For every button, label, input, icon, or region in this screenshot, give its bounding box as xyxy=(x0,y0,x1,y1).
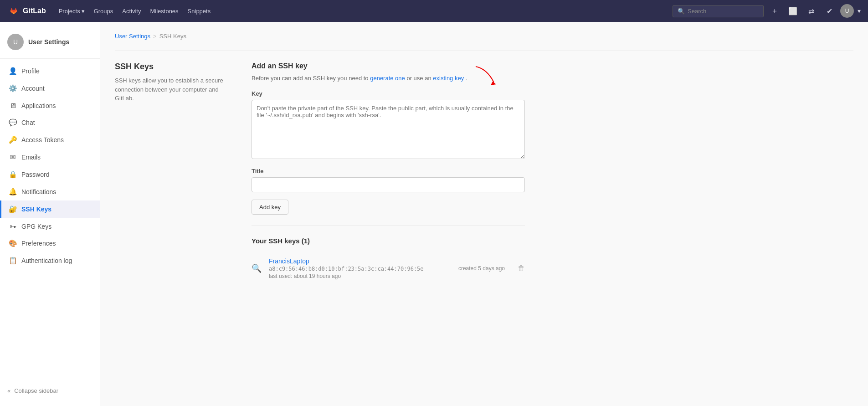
sidebar-item-label: Chat xyxy=(21,119,35,126)
access-tokens-icon: 🔑 xyxy=(9,136,17,144)
user-avatar[interactable]: U xyxy=(840,4,854,18)
profile-icon: 👤 xyxy=(9,67,17,75)
search-input[interactable] xyxy=(688,8,759,15)
sidebar-item-notifications[interactable]: 🔔 Notifications xyxy=(0,183,100,200)
topnav-groups[interactable]: Groups xyxy=(90,6,117,16)
sidebar-user-section: U User Settings xyxy=(0,29,100,59)
ssh-key-fingerprint: a8:c9:56:46:b8:d0:10:bf:23:5a:3c:ca:44:7… xyxy=(269,266,451,272)
merge-request-button[interactable]: ⇄ xyxy=(804,4,818,18)
topnav-milestones[interactable]: Milestones xyxy=(146,6,182,16)
ssh-key-name[interactable]: FrancisLaptop xyxy=(269,257,309,265)
sidebar-item-applications[interactable]: 🖥 Applications xyxy=(0,97,100,114)
breadcrumb: User Settings > SSH Keys xyxy=(115,33,853,40)
new-item-button[interactable]: ＋ xyxy=(767,4,782,18)
add-ssh-section: Add an SSH key Before you can add an SSH… xyxy=(252,62,525,83)
topnav-links: Projects ▾ Groups Activity Milestones Sn… xyxy=(55,6,663,16)
chat-icon: 💬 xyxy=(9,118,17,127)
ssh-key-fingerprint-icon: 🔍 xyxy=(252,263,262,273)
applications-icon: 🖥 xyxy=(9,102,17,109)
page-left-column: SSH Keys SSH keys allow you to establish… xyxy=(115,62,233,285)
collapse-icon: « xyxy=(7,387,10,394)
topnav-snippets[interactable]: Snippets xyxy=(184,6,215,16)
sidebar-item-password[interactable]: 🔒 Password xyxy=(0,166,100,183)
sidebar-item-label: Emails xyxy=(21,154,41,161)
key-form-group: Key xyxy=(252,90,525,160)
top-navigation: GitLab Projects ▾ Groups Activity Milest… xyxy=(0,0,868,22)
sidebar-username: User Settings xyxy=(28,38,69,46)
password-icon: 🔒 xyxy=(9,170,17,179)
sidebar-item-label: Applications xyxy=(21,102,56,109)
sidebar-item-label: Access Tokens xyxy=(21,136,64,144)
sidebar-item-label: Account xyxy=(21,85,45,92)
page-grid: SSH Keys SSH keys allow you to establish… xyxy=(115,62,525,285)
ssh-keys-section: Your SSH keys (1) 🔍 FrancisLaptop a8:c9:… xyxy=(252,237,525,285)
topnav-activity[interactable]: Activity xyxy=(118,6,144,16)
collapse-sidebar-button[interactable]: « Collapse sidebar xyxy=(0,383,100,399)
emails-icon: ✉ xyxy=(9,153,17,161)
existing-key-link[interactable]: existing key xyxy=(433,75,464,82)
ssh-keys-icon: 🔐 xyxy=(9,205,17,213)
user-menu-arrow[interactable]: ▾ xyxy=(858,7,861,15)
sidebar-item-auth-log[interactable]: 📋 Authentication log xyxy=(0,252,100,269)
ssh-key-created: created 5 days ago xyxy=(458,265,505,272)
generate-note: Before you can add an SSH key you need t… xyxy=(252,74,525,83)
sidebar-item-profile[interactable]: 👤 Profile xyxy=(0,62,100,80)
delete-key-button[interactable]: 🗑 xyxy=(518,264,525,272)
topnav-projects[interactable]: Projects ▾ xyxy=(55,6,88,16)
sidebar-item-label: GPG Keys xyxy=(21,223,51,230)
generate-one-link[interactable]: generate one xyxy=(370,75,405,82)
search-icon: 🔍 xyxy=(678,8,685,15)
key-label: Key xyxy=(252,90,525,97)
sidebar-item-account[interactable]: ⚙️ Account xyxy=(0,80,100,97)
ssh-key-item: 🔍 FrancisLaptop a8:c9:56:46:b8:d0:10:bf:… xyxy=(252,252,525,285)
account-icon: ⚙️ xyxy=(9,84,17,93)
key-textarea[interactable] xyxy=(252,100,525,159)
sidebar-item-label: Profile xyxy=(21,67,40,75)
chevron-down-icon: ▾ xyxy=(82,8,85,15)
sidebar-item-ssh-keys[interactable]: 🔐 SSH Keys xyxy=(0,200,100,218)
sidebar: U User Settings 👤 Profile ⚙️ Account 🖥 A… xyxy=(0,22,100,406)
your-keys-title: Your SSH keys (1) xyxy=(252,237,525,245)
sidebar-item-label: SSH Keys xyxy=(21,206,51,213)
title-input[interactable] xyxy=(252,177,525,192)
notifications-icon: 🔔 xyxy=(9,188,17,196)
main-content: User Settings > SSH Keys SSH Keys SSH ke… xyxy=(100,22,868,406)
breadcrumb-separator: > xyxy=(153,33,157,40)
breadcrumb-current: SSH Keys xyxy=(159,33,186,40)
sidebar-item-preferences[interactable]: 🎨 Preferences xyxy=(0,235,100,252)
collapse-label: Collapse sidebar xyxy=(14,387,58,394)
preferences-icon: 🎨 xyxy=(9,239,17,247)
sidebar-item-label: Password xyxy=(21,171,49,178)
sidebar-avatar: U xyxy=(7,34,24,50)
monitor-icon-button[interactable]: ⬜ xyxy=(786,4,800,18)
page-right-column: Add an SSH key Before you can add an SSH… xyxy=(252,62,525,285)
ssh-key-last-used: last used: about 19 hours ago xyxy=(269,273,451,279)
title-form-group: Title xyxy=(252,168,525,192)
add-key-button[interactable]: Add key xyxy=(252,200,288,215)
gitlab-logo[interactable]: GitLab xyxy=(7,5,46,17)
sidebar-item-label: Preferences xyxy=(21,240,56,247)
page-layout: U User Settings 👤 Profile ⚙️ Account 🖥 A… xyxy=(0,22,868,406)
ssh-key-details: FrancisLaptop a8:c9:56:46:b8:d0:10:bf:23… xyxy=(269,257,451,279)
sidebar-item-label: Notifications xyxy=(21,188,56,195)
page-left-desc: SSH keys allow you to establish a secure… xyxy=(115,76,233,103)
annotation-arrow xyxy=(473,64,501,87)
sidebar-item-access-tokens[interactable]: 🔑 Access Tokens xyxy=(0,131,100,149)
todo-button[interactable]: ✔ xyxy=(822,4,837,18)
sidebar-item-label: Authentication log xyxy=(21,257,72,264)
search-box[interactable]: 🔍 xyxy=(673,5,764,17)
sidebar-item-chat[interactable]: 💬 Chat xyxy=(0,114,100,131)
breadcrumb-parent[interactable]: User Settings xyxy=(115,33,150,40)
page-left-title: SSH Keys xyxy=(115,62,233,72)
title-label: Title xyxy=(252,168,525,175)
topnav-right: 🔍 ＋ ⬜ ⇄ ✔ U ▾ xyxy=(673,4,861,18)
sidebar-item-emails[interactable]: ✉ Emails xyxy=(0,149,100,166)
sidebar-item-gpg-keys[interactable]: 🗝 GPG Keys xyxy=(0,218,100,235)
auth-log-icon: 📋 xyxy=(9,257,17,265)
gpg-keys-icon: 🗝 xyxy=(9,222,17,230)
